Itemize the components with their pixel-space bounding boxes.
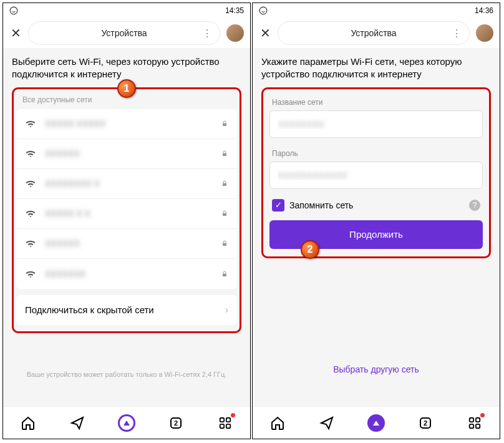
svg-rect-17	[476, 424, 480, 427]
lock-icon	[221, 180, 228, 187]
content-area: Выберите сеть Wi-Fi, через которую устро…	[3, 48, 250, 406]
close-icon[interactable]: ✕	[9, 26, 22, 41]
wifi-name: XXXXXXXX X	[45, 178, 221, 188]
wifi-network-item[interactable]: XXXXXX	[16, 229, 237, 259]
wifi-name: XXXXXX	[45, 238, 221, 248]
ssid-input[interactable]	[269, 110, 483, 138]
nav-services-icon[interactable]	[466, 414, 483, 432]
svg-rect-15	[476, 417, 480, 421]
header-title: Устройства	[351, 28, 396, 38]
whatsapp-icon	[9, 6, 18, 15]
svg-point-0	[10, 7, 17, 14]
lock-icon	[221, 240, 228, 247]
lock-icon	[221, 270, 228, 278]
chevron-right-icon: ›	[225, 304, 228, 316]
svg-rect-2	[223, 153, 226, 157]
wifi-name: XXXXX X X	[45, 208, 221, 218]
wifi-icon	[25, 238, 36, 249]
wifi-name: XXXXXXX	[45, 269, 221, 279]
choose-other-network-link[interactable]: Выбрать другую сеть	[261, 364, 491, 374]
nav-services-icon[interactable]	[216, 414, 234, 432]
password-input[interactable]	[269, 162, 483, 189]
svg-rect-5	[223, 243, 226, 246]
nav-tabs-count: 2	[174, 419, 178, 427]
svg-rect-8	[220, 417, 224, 421]
svg-rect-4	[223, 213, 226, 217]
bottom-nav: 2	[3, 406, 250, 439]
nav-tabs-icon[interactable]: 2	[167, 414, 185, 432]
svg-rect-14	[470, 417, 473, 421]
header-pill[interactable]: Устройства ⋮	[278, 21, 470, 45]
wifi-icon	[25, 178, 36, 189]
close-icon[interactable]: ✕	[259, 26, 271, 41]
lock-icon	[221, 150, 228, 157]
svg-rect-10	[220, 424, 224, 427]
nav-home-icon[interactable]	[269, 414, 286, 432]
avatar[interactable]	[226, 24, 244, 42]
ssid-label: Название сети	[272, 98, 480, 107]
svg-rect-11	[226, 424, 230, 427]
svg-rect-6	[223, 273, 226, 276]
svg-rect-9	[226, 417, 230, 421]
step-marker-1: 1	[117, 79, 136, 98]
more-icon[interactable]: ⋮	[452, 27, 462, 39]
wifi-network-item[interactable]: XXXXX X X	[16, 199, 237, 229]
footer-note: Ваше устройство может работать только в …	[12, 371, 241, 378]
svg-rect-3	[223, 183, 226, 187]
nav-send-icon[interactable]	[69, 414, 86, 432]
nav-tabs-count: 2	[424, 419, 427, 427]
password-label: Пароль	[272, 149, 480, 158]
clock-time: 14:36	[475, 6, 493, 15]
header-title: Устройства	[101, 28, 147, 38]
remember-checkbox[interactable]: ✓	[272, 199, 284, 212]
screen-wifi-credentials: 14:36 ✕ Устройства ⋮ Укажите параметры W…	[252, 2, 500, 439]
instruction-text: Укажите параметры Wi-Fi сети, через кото…	[261, 56, 491, 81]
header: ✕ Устройства ⋮	[253, 18, 500, 48]
avatar[interactable]	[476, 24, 493, 42]
remember-label: Запомнить сеть	[289, 200, 464, 210]
whatsapp-icon	[259, 6, 268, 15]
highlight-box: Название сети Пароль ✓ Запомнить сеть ? …	[261, 87, 491, 258]
content-area: Укажите параметры Wi-Fi сети, через кото…	[253, 48, 500, 406]
wifi-network-item[interactable]: XXXXXX	[16, 139, 237, 169]
wifi-icon	[25, 268, 36, 280]
wifi-icon	[25, 118, 36, 129]
header-pill[interactable]: Устройства ⋮	[28, 21, 220, 45]
hidden-network-button[interactable]: Подключиться к скрытой сети ›	[16, 295, 237, 325]
wifi-name: XXXXX XXXXX	[45, 119, 221, 129]
more-icon[interactable]: ⋮	[202, 27, 212, 39]
nav-tabs-icon[interactable]: 2	[417, 414, 434, 432]
wifi-icon	[25, 148, 36, 159]
wifi-list: XXXXX XXXXX XXXXXX XXXXXXXX X XXXXX X X	[16, 109, 237, 289]
screen-wifi-list: 14:35 ✕ Устройства ⋮ Выберите сеть Wi-Fi…	[2, 2, 251, 439]
status-bar: 14:35	[3, 3, 250, 18]
wifi-network-item[interactable]: XXXXX XXXXX	[16, 109, 237, 139]
nav-alice-icon[interactable]	[367, 414, 385, 432]
step-marker-2: 2	[301, 240, 319, 259]
notification-dot	[231, 413, 235, 417]
lock-icon	[221, 120, 228, 127]
wifi-network-item[interactable]: XXXXXXXX X	[16, 169, 237, 199]
hidden-network-label: Подключиться к скрытой сети	[25, 304, 225, 315]
svg-point-12	[259, 7, 267, 14]
header: ✕ Устройства ⋮	[3, 18, 250, 48]
nav-alice-icon[interactable]	[118, 414, 135, 432]
help-icon[interactable]: ?	[469, 200, 480, 211]
instruction-text: Выберите сеть Wi-Fi, через которую устро…	[12, 56, 241, 81]
wifi-network-item[interactable]: XXXXXXX	[16, 259, 237, 289]
notification-dot	[480, 413, 485, 417]
lock-icon	[221, 210, 228, 217]
clock-time: 14:35	[225, 6, 244, 15]
svg-rect-16	[470, 424, 473, 427]
bottom-nav: 2	[253, 406, 500, 439]
highlight-box: 1 Все доступные сети XXXXX XXXXX XXXXXX …	[12, 87, 241, 333]
status-bar: 14:36	[253, 3, 500, 18]
svg-rect-1	[223, 124, 226, 127]
nav-send-icon[interactable]	[318, 414, 336, 432]
remember-row: ✓ Запомнить сеть ?	[272, 199, 480, 212]
nav-home-icon[interactable]	[19, 414, 37, 432]
wifi-icon	[25, 208, 36, 219]
wifi-name: XXXXXX	[45, 148, 221, 158]
